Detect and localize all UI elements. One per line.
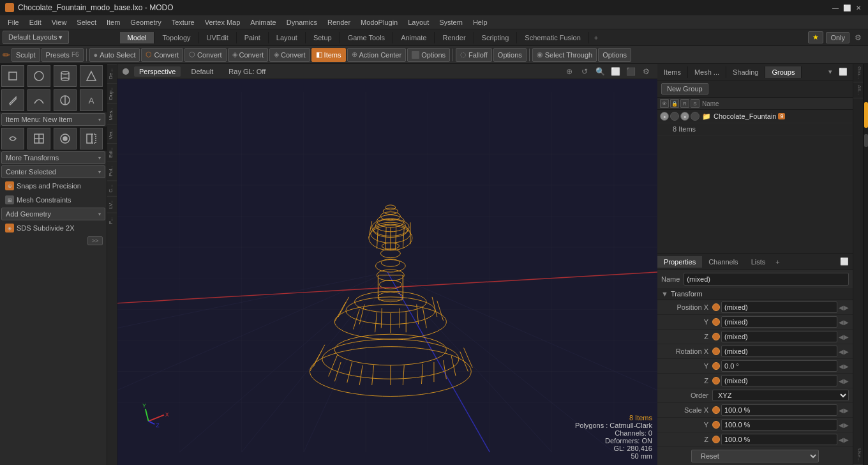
options-2-button[interactable]: Options — [493, 48, 527, 62]
minimize-button[interactable]: — — [831, 3, 840, 12]
prop-expand-button[interactable]: ⬜ — [836, 256, 853, 267]
options-1-button[interactable]: Options — [407, 48, 450, 62]
tool-curve[interactable] — [27, 89, 50, 111]
prop-field-posz[interactable] — [721, 331, 837, 342]
reset-button[interactable]: Reset — [691, 450, 819, 462]
prop-circle-scalez[interactable] — [712, 436, 720, 443]
vp-reset-button[interactable]: ↺ — [578, 65, 591, 78]
tool-cone[interactable] — [80, 65, 103, 87]
layout-tab-uvedit[interactable]: UVEdit — [199, 32, 237, 43]
tab-groups[interactable]: Groups — [765, 66, 802, 78]
strip-tab-dup[interactable]: Dup.. — [107, 83, 117, 103]
more-transforms-dropdown[interactable]: More Transforms ▾ — [1, 151, 105, 164]
prop-tab-add[interactable]: + — [772, 257, 783, 267]
prop-select-order[interactable]: XYZ XZY YXZ — [712, 390, 849, 401]
layout-tab-setup[interactable]: Setup — [306, 32, 340, 43]
star-button[interactable]: ★ — [808, 31, 823, 43]
prop-field-scaley[interactable] — [721, 419, 837, 431]
vp-zoom-button[interactable]: 🔍 — [594, 65, 606, 78]
convert-4-button[interactable]: ◈ Convert — [269, 48, 310, 62]
prop-circle-rotx[interactable] — [712, 347, 720, 355]
tool-text[interactable]: A — [80, 89, 103, 111]
transform-section-header[interactable]: ▼ Transform — [657, 288, 853, 300]
layout-tab-schematic-fusion[interactable]: Schematic Fusion — [517, 32, 588, 43]
menu-item-item[interactable]: Item — [101, 17, 125, 27]
prop-tab-lists[interactable]: Lists — [745, 256, 772, 268]
action-center-button[interactable]: ⊕ Action Center — [347, 48, 407, 62]
tool-deform2[interactable] — [27, 128, 50, 149]
prop-circle-scaley[interactable] — [712, 421, 720, 429]
menu-item-dynamics[interactable]: Dynamics — [281, 17, 322, 27]
add-geometry-dropdown[interactable]: Add Geometry ▾ — [1, 208, 105, 220]
center-selected-dropdown[interactable]: Center Selected ▾ — [1, 165, 105, 178]
mesh-constraints-item[interactable]: ⊞ Mesh Constraints — [1, 194, 105, 206]
tab-items[interactable]: Items — [657, 66, 688, 78]
panel-scrollbar-handle2[interactable] — [864, 134, 868, 147]
tool-deform1[interactable] — [1, 128, 24, 149]
vp-settings-button[interactable]: ⚙ — [640, 65, 652, 78]
strip-tab-mes[interactable]: Mes.. — [107, 103, 117, 125]
prop-field-posx[interactable] — [721, 301, 837, 313]
close-button[interactable]: ✕ — [854, 3, 863, 12]
panel-scrollbar-handle[interactable] — [864, 102, 868, 128]
tab-shading[interactable]: Shading — [726, 66, 765, 78]
prop-circle-rotz[interactable] — [712, 377, 720, 385]
name-input[interactable] — [684, 273, 849, 286]
tool-deform4[interactable] — [80, 128, 103, 149]
strip-tab-pol[interactable]: Pol.. — [107, 162, 117, 180]
layout-tab-paint[interactable]: Paint — [237, 32, 269, 43]
menu-item-modoplugin[interactable]: ModoPlugin — [355, 17, 403, 27]
options-3-button[interactable]: Options — [598, 48, 631, 62]
tool-deform3[interactable] — [54, 128, 77, 149]
strip-tab-c[interactable]: C... — [107, 180, 117, 196]
vp-center-button[interactable]: ⊕ — [563, 65, 576, 78]
vp-tile-button[interactable]: ⬛ — [624, 65, 637, 78]
strip-tab-f[interactable]: F... — [107, 213, 117, 228]
menu-item-animate[interactable]: Animate — [245, 17, 281, 27]
prop-field-rotz[interactable] — [721, 375, 837, 386]
sds-subdivide-item[interactable]: ◈ SDS Subdivide 2X — [1, 222, 105, 234]
presets-button[interactable]: Presets F6 — [41, 48, 84, 62]
menu-item-select[interactable]: Select — [71, 17, 101, 27]
tool-half[interactable] — [54, 89, 77, 111]
item-ctrl-2[interactable] — [670, 112, 679, 121]
menu-item-texture[interactable]: Texture — [167, 17, 200, 27]
viewport-tab-raygl[interactable]: Ray GL: Off — [223, 66, 271, 77]
prop-field-scalez[interactable] — [721, 434, 837, 445]
prop-circle-roty[interactable] — [712, 362, 720, 370]
strip-tab-de[interactable]: De... — [107, 64, 117, 83]
rvtab-user[interactable]: Use... — [853, 446, 863, 465]
prop-field-rotx[interactable] — [721, 346, 837, 357]
item-ctrl-3[interactable]: ● — [680, 112, 689, 121]
prop-field-scalex[interactable] — [721, 404, 837, 416]
items-button[interactable]: ◧ Items — [311, 48, 346, 62]
rvtab-gro[interactable]: Gro... — [853, 64, 863, 82]
prop-tab-properties[interactable]: Properties — [657, 256, 702, 268]
tool-cube[interactable] — [1, 65, 24, 87]
viewport-tab-perspective[interactable]: Perspective — [134, 66, 181, 77]
layout-tab-add[interactable]: + — [589, 32, 603, 43]
layout-tab-game-tools[interactable]: Game Tools — [340, 32, 394, 43]
panel-expand-button[interactable]: ⬜ — [836, 66, 850, 77]
layout-tab-animate[interactable]: Animate — [393, 32, 435, 43]
layout-tab-scripting[interactable]: Scripting — [474, 32, 518, 43]
strip-tab-vert[interactable]: Ver.. — [107, 125, 117, 143]
falloff-button[interactable]: ◌ Falloff — [456, 48, 492, 62]
tool-sphere[interactable] — [27, 65, 50, 87]
auto-select-button[interactable]: ● Auto Select — [89, 48, 140, 62]
menu-item-render[interactable]: Render — [322, 17, 355, 27]
item-ctrl-4[interactable] — [691, 112, 700, 121]
menu-item-vertex map[interactable]: Vertex Map — [200, 17, 246, 27]
layout-dropdown[interactable]: Default Layouts ▾ — [3, 31, 69, 44]
select-through-button[interactable]: ◉ Select Through — [532, 48, 597, 62]
group-item-fountain[interactable]: ● ● 📁 Chocolate_Fountain 9 — [657, 110, 853, 123]
convert-1-button[interactable]: ⬡ Convert — [141, 48, 183, 62]
prop-circle-posz[interactable] — [712, 333, 720, 340]
rvtab-alt[interactable]: Alt... — [853, 82, 863, 98]
layout-tab-render[interactable]: Render — [435, 32, 474, 43]
prop-field-roty[interactable] — [721, 360, 837, 372]
strip-tab-edit[interactable]: Edi.. — [107, 143, 117, 162]
item-ctrl-1[interactable]: ● — [660, 112, 669, 121]
menu-item-view[interactable]: View — [47, 17, 72, 27]
viewport-tab-default[interactable]: Default — [186, 66, 218, 77]
